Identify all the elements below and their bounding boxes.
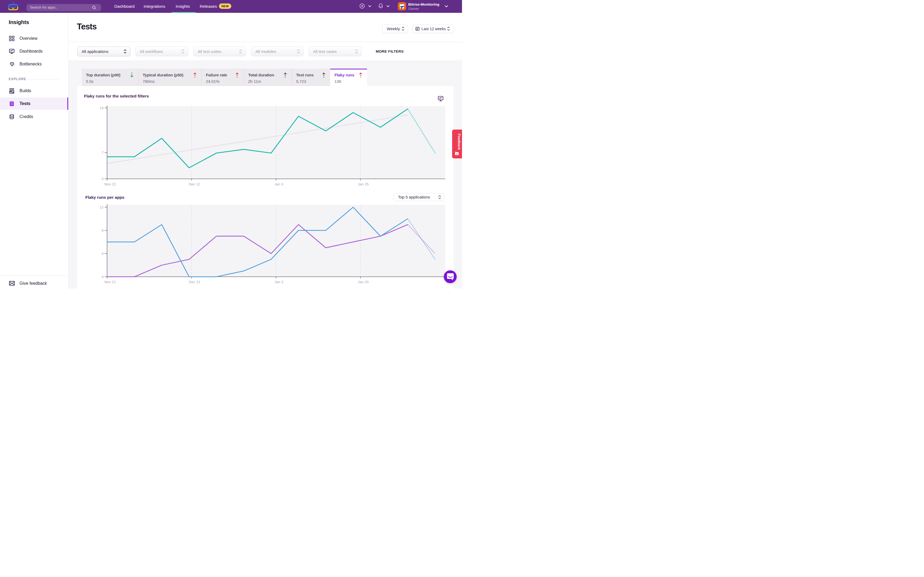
svg-text:19: 19 bbox=[99, 106, 103, 110]
svg-text:Jan 3: Jan 3 bbox=[274, 280, 283, 284]
svg-text:Nov 21: Nov 21 bbox=[104, 280, 116, 284]
svg-text:7: 7 bbox=[101, 151, 103, 155]
svg-text:Jan 25: Jan 25 bbox=[358, 182, 369, 186]
svg-text:8: 8 bbox=[101, 228, 103, 232]
svg-text:Jan 3: Jan 3 bbox=[274, 182, 283, 186]
svg-text:Dec 12: Dec 12 bbox=[189, 182, 200, 186]
svg-text:Nov 21: Nov 21 bbox=[104, 182, 116, 186]
svg-text:Jan 25: Jan 25 bbox=[358, 280, 369, 284]
svg-text:4: 4 bbox=[101, 251, 103, 256]
svg-text:0: 0 bbox=[101, 177, 103, 181]
svg-text:12: 12 bbox=[99, 205, 103, 209]
svg-text:0: 0 bbox=[101, 275, 103, 279]
svg-text:Dec 12: Dec 12 bbox=[189, 280, 200, 284]
